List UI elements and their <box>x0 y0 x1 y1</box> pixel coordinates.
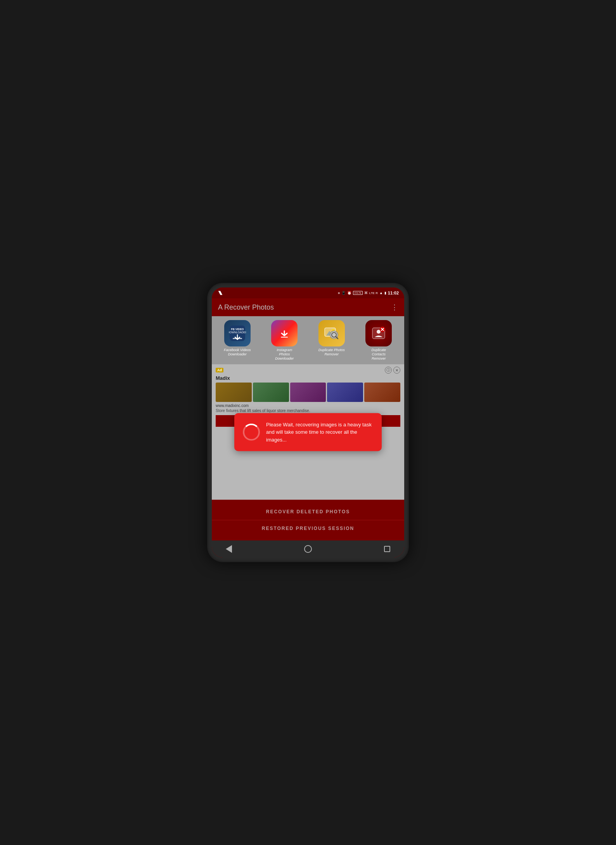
lte-label: LTE R <box>369 291 378 295</box>
app-bar: A Recover Photos ⋮ <box>212 298 404 316</box>
menu-button[interactable]: ⋮ <box>391 303 398 312</box>
ad-description: Store fixtures that lift sales of liquor… <box>216 409 400 413</box>
app-icon-duplicate-photos <box>318 320 345 346</box>
fb-video-icon-svg: FB VIDEO DOWNLOADER <box>229 325 246 342</box>
svg-text:FB VIDEO: FB VIDEO <box>231 328 244 331</box>
ad-info-button[interactable]: ⓘ <box>385 367 392 374</box>
ad-header: Ad ⓘ ✕ <box>216 367 400 374</box>
ad-company-name: Madix <box>216 375 400 381</box>
device-screen: ⎈ 📱 ⏰ VOLTE ⌘ LTE R ▲ ▮ 11:02 A Recover … <box>212 287 404 558</box>
signal-icon: ▲ <box>379 291 383 295</box>
app-icon-duplicate-contacts <box>365 320 392 346</box>
ad-thumbnail-1 <box>216 383 252 402</box>
volte-badge: VOLTE <box>353 291 363 295</box>
recent-button[interactable] <box>382 544 393 554</box>
nexus-logo-icon <box>217 290 223 296</box>
home-icon <box>304 545 312 553</box>
ad-thumbnail-3 <box>290 383 326 402</box>
loading-message: Please Wait, recovering images is a heav… <box>266 421 373 443</box>
device-frame: ⎈ 📱 ⏰ VOLTE ⌘ LTE R ▲ ▮ 11:02 A Recover … <box>207 283 409 562</box>
loading-overlay: Please Wait, recovering images is a heav… <box>234 413 382 451</box>
vibrate-icon: 📱 <box>341 291 346 295</box>
instagram-icon-svg <box>276 325 293 342</box>
recover-deleted-photos-button[interactable]: RECOVER DELETED PHOTOS <box>212 504 404 520</box>
svg-rect-3 <box>233 338 242 339</box>
app-item-duplicate-contacts[interactable]: Duplicate Contacts Remover <box>356 320 401 360</box>
bluetooth-icon: ⎈ <box>338 291 340 295</box>
ad-close-button[interactable]: ✕ <box>393 367 400 374</box>
ad-url: www.madixinc.com <box>216 403 400 408</box>
restored-previous-session-button[interactable]: RESTORED PREVIOUS SESSION <box>212 520 404 537</box>
battery-icon: ▮ <box>384 291 386 295</box>
app-label-instagram: Instagram Photos Downloader <box>271 348 298 360</box>
app-item-fb-video[interactable]: FB VIDEO DOWNLOADER Facebook Videos Down… <box>215 320 260 360</box>
back-button[interactable] <box>223 544 234 554</box>
recent-icon <box>384 546 390 552</box>
nav-bar <box>212 540 404 558</box>
ad-image-row <box>216 383 400 402</box>
loading-spinner <box>243 424 260 441</box>
ad-badge: Ad <box>216 368 223 372</box>
status-time: 11:02 <box>388 291 399 295</box>
ad-controls: ⓘ ✕ <box>385 367 400 374</box>
wifi-icon: ⌘ <box>364 291 368 295</box>
home-button[interactable] <box>303 544 313 554</box>
app-label-duplicate-photos: Duplicate Photos Remover <box>318 348 345 357</box>
main-buttons: RECOVER DELETED PHOTOS RESTORED PREVIOUS… <box>212 500 404 540</box>
apps-section: FB VIDEO DOWNLOADER Facebook Videos Down… <box>212 316 404 364</box>
ad-thumbnail-5 <box>364 383 400 402</box>
svg-text:DOWNLOADER: DOWNLOADER <box>229 331 246 334</box>
status-left <box>217 290 223 296</box>
app-label-duplicate-contacts: Duplicate Contacts Remover <box>365 348 392 360</box>
duplicate-contacts-icon-svg <box>370 325 387 342</box>
ad-thumbnail-2 <box>253 383 289 402</box>
status-bar: ⎈ 📱 ⏰ VOLTE ⌘ LTE R ▲ ▮ 11:02 <box>212 287 404 298</box>
app-label-fb-video: Facebook Videos Downloader <box>224 348 251 357</box>
app-icon-instagram <box>271 320 298 346</box>
app-title: A Recover Photos <box>218 303 274 312</box>
app-icon-fb-video: FB VIDEO DOWNLOADER <box>224 320 251 346</box>
back-icon <box>226 545 232 553</box>
app-item-instagram[interactable]: Instagram Photos Downloader <box>262 320 307 360</box>
app-item-duplicate-photos[interactable]: Duplicate Photos Remover <box>309 320 354 360</box>
duplicate-photos-icon-svg <box>323 325 340 342</box>
svg-line-9 <box>336 337 338 339</box>
status-icons: ⎈ 📱 ⏰ VOLTE ⌘ LTE R ▲ ▮ 11:02 <box>338 291 399 295</box>
ad-thumbnail-4 <box>327 383 363 402</box>
apps-row: FB VIDEO DOWNLOADER Facebook Videos Down… <box>215 320 401 360</box>
ad-section: Ad ⓘ ✕ Madix www.madixinc.com Store fixt… <box>212 364 404 500</box>
alarm-icon: ⏰ <box>347 291 351 295</box>
